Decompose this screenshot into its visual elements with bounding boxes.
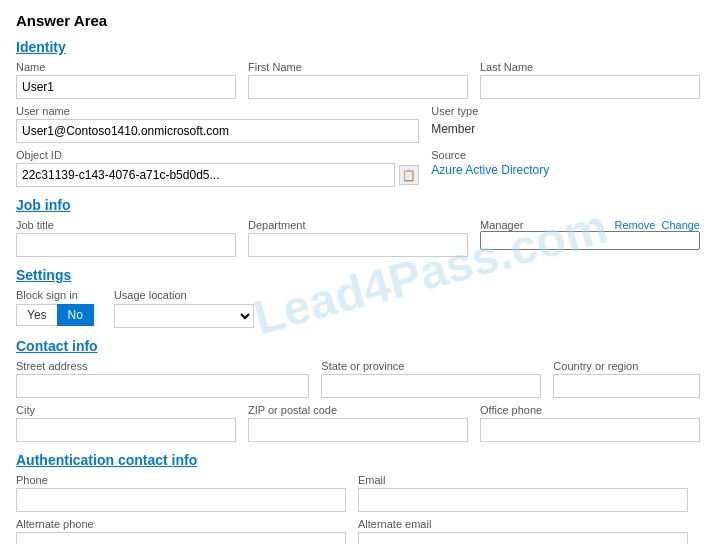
copy-icon[interactable]: 📋 bbox=[399, 165, 419, 185]
job-title-input[interactable] bbox=[16, 233, 236, 257]
alt-phone-group: Alternate phone bbox=[16, 518, 346, 544]
department-label: Department bbox=[248, 219, 468, 231]
state-province-input[interactable] bbox=[321, 374, 541, 398]
username-label: User name bbox=[16, 105, 419, 117]
office-phone-input[interactable] bbox=[480, 418, 700, 442]
email-label: Email bbox=[358, 474, 688, 486]
page-title: Answer Area bbox=[16, 12, 700, 29]
object-id-group: Object ID 📋 bbox=[16, 149, 419, 187]
first-name-group: First Name bbox=[248, 61, 468, 99]
country-region-label: Country or region bbox=[553, 360, 700, 372]
state-province-group: State or province bbox=[321, 360, 541, 398]
object-id-input[interactable] bbox=[16, 163, 395, 187]
manager-actions: Remove Change bbox=[614, 219, 700, 231]
department-group: Department bbox=[248, 219, 468, 257]
city-input[interactable] bbox=[16, 418, 236, 442]
zip-postal-input[interactable] bbox=[248, 418, 468, 442]
name-group: Name bbox=[16, 61, 236, 99]
alt-phone-input[interactable] bbox=[16, 532, 346, 544]
email-input[interactable] bbox=[358, 488, 688, 512]
source-group: Source Azure Active Directory bbox=[431, 149, 700, 177]
job-title-label: Job title bbox=[16, 219, 236, 231]
toggle-buttons: Yes No bbox=[16, 304, 94, 326]
usage-location-select[interactable] bbox=[114, 304, 254, 328]
first-name-input[interactable] bbox=[248, 75, 468, 99]
identity-section: Identity Name First Name Last Name User … bbox=[16, 39, 700, 187]
usage-location-label: Usage location bbox=[114, 289, 254, 301]
job-info-section-title: Job info bbox=[16, 197, 700, 213]
username-group: User name bbox=[16, 105, 419, 143]
object-id-label: Object ID bbox=[16, 149, 419, 161]
office-phone-group: Office phone bbox=[480, 404, 700, 442]
alt-email-label: Alternate email bbox=[358, 518, 688, 530]
email-group: Email bbox=[358, 474, 688, 512]
phone-input[interactable] bbox=[16, 488, 346, 512]
alt-phone-label: Alternate phone bbox=[16, 518, 346, 530]
first-name-label: First Name bbox=[248, 61, 468, 73]
city-group: City bbox=[16, 404, 236, 442]
user-type-value: Member bbox=[431, 119, 700, 139]
no-toggle-button[interactable]: No bbox=[57, 304, 94, 326]
settings-row: Block sign in Yes No Usage location bbox=[16, 289, 700, 328]
manager-label: Manager bbox=[480, 219, 523, 231]
user-type-group: User type Member bbox=[431, 105, 700, 139]
block-signin-group: Block sign in Yes No bbox=[16, 289, 94, 326]
user-type-label: User type bbox=[431, 105, 700, 117]
object-id-row: 📋 bbox=[16, 163, 419, 187]
change-manager-link[interactable]: Change bbox=[661, 219, 700, 231]
alt-email-group: Alternate email bbox=[358, 518, 688, 544]
job-title-group: Job title bbox=[16, 219, 236, 257]
settings-section: Settings Block sign in Yes No Usage loca… bbox=[16, 267, 700, 328]
state-province-label: State or province bbox=[321, 360, 541, 372]
job-info-section: Job info Job title Department Manager Re… bbox=[16, 197, 700, 257]
city-label: City bbox=[16, 404, 236, 416]
street-address-input[interactable] bbox=[16, 374, 309, 398]
contact-info-section: Contact info Street address State or pro… bbox=[16, 338, 700, 442]
source-label: Source bbox=[431, 149, 700, 161]
name-label: Name bbox=[16, 61, 236, 73]
usage-location-group: Usage location bbox=[114, 289, 254, 328]
office-phone-label: Office phone bbox=[480, 404, 700, 416]
source-value[interactable]: Azure Active Directory bbox=[431, 163, 700, 177]
zip-postal-label: ZIP or postal code bbox=[248, 404, 468, 416]
remove-manager-link[interactable]: Remove bbox=[614, 219, 655, 231]
country-region-input[interactable] bbox=[553, 374, 700, 398]
auth-contact-info-section-title: Authentication contact info bbox=[16, 452, 700, 468]
phone-label: Phone bbox=[16, 474, 346, 486]
manager-input[interactable] bbox=[480, 231, 700, 250]
block-signin-label: Block sign in bbox=[16, 289, 94, 301]
street-address-group: Street address bbox=[16, 360, 309, 398]
last-name-input[interactable] bbox=[480, 75, 700, 99]
department-input[interactable] bbox=[248, 233, 468, 257]
phone-group: Phone bbox=[16, 474, 346, 512]
zip-postal-group: ZIP or postal code bbox=[248, 404, 468, 442]
last-name-label: Last Name bbox=[480, 61, 700, 73]
identity-section-title: Identity bbox=[16, 39, 700, 55]
settings-section-title: Settings bbox=[16, 267, 700, 283]
auth-contact-info-section: Authentication contact info Phone Email … bbox=[16, 452, 700, 544]
yes-toggle-button[interactable]: Yes bbox=[16, 304, 57, 326]
last-name-group: Last Name bbox=[480, 61, 700, 99]
country-region-group: Country or region bbox=[553, 360, 700, 398]
name-input[interactable] bbox=[16, 75, 236, 99]
contact-info-section-title: Contact info bbox=[16, 338, 700, 354]
manager-group: Manager Remove Change bbox=[480, 219, 700, 250]
street-address-label: Street address bbox=[16, 360, 309, 372]
alt-email-input[interactable] bbox=[358, 532, 688, 544]
username-input[interactable] bbox=[16, 119, 419, 143]
